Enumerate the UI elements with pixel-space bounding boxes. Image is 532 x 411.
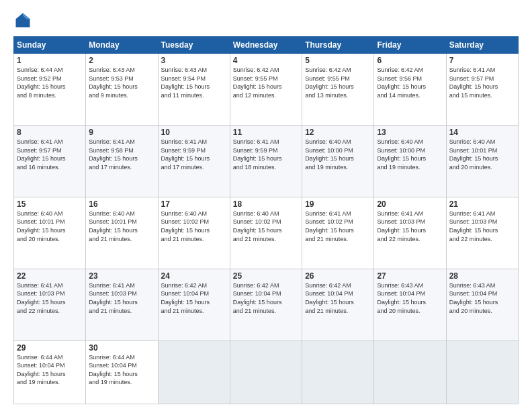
day-number: 11 [233,128,299,137]
calendar-cell: 30 Sunrise: 6:44 AM Sunset: 10:04 PM Day… [86,340,158,404]
day-number: 8 [17,128,83,137]
day-info: Sunrise: 6:41 AM Sunset: 9:57 PM Dayligh… [449,66,515,99]
calendar-cell: 17 Sunrise: 6:40 AM Sunset: 10:02 PM Day… [158,197,230,269]
calendar-cell: 22 Sunrise: 6:41 AM Sunset: 10:03 PM Day… [14,269,86,340]
calendar-cell: 9 Sunrise: 6:41 AM Sunset: 9:58 PM Dayli… [86,125,158,197]
day-info: Sunrise: 6:42 AM Sunset: 10:04 PM Daylig… [305,281,371,315]
day-info: Sunrise: 6:40 AM Sunset: 10:01 PM Daylig… [89,210,154,243]
calendar-cell: 26 Sunrise: 6:42 AM Sunset: 10:04 PM Day… [302,269,374,340]
calendar-cell: 14 Sunrise: 6:40 AM Sunset: 10:01 PM Day… [446,125,518,197]
calendar-cell [230,340,302,404]
day-info: Sunrise: 6:40 AM Sunset: 10:01 PM Daylig… [17,210,83,243]
weekday-header-monday: Monday [86,37,158,54]
calendar-cell: 27 Sunrise: 6:43 AM Sunset: 10:04 PM Day… [374,269,446,340]
day-number: 17 [161,199,227,209]
calendar-header: SundayMondayTuesdayWednesdayThursdayFrid… [14,37,519,54]
day-number: 24 [161,271,227,281]
calendar-cell: 7 Sunrise: 6:41 AM Sunset: 9:57 PM Dayli… [446,54,518,126]
day-number: 13 [377,128,443,137]
day-info: Sunrise: 6:42 AM Sunset: 10:04 PM Daylig… [233,281,299,315]
day-number: 30 [89,343,154,353]
weekday-header-thursday: Thursday [302,37,374,54]
day-info: Sunrise: 6:42 AM Sunset: 9:56 PM Dayligh… [377,66,443,99]
day-info: Sunrise: 6:41 AM Sunset: 9:59 PM Dayligh… [233,138,299,171]
calendar-cell: 23 Sunrise: 6:41 AM Sunset: 10:03 PM Day… [86,269,158,340]
day-number: 19 [305,199,371,209]
calendar-cell: 13 Sunrise: 6:40 AM Sunset: 10:00 PM Day… [374,125,446,197]
day-info: Sunrise: 6:43 AM Sunset: 10:04 PM Daylig… [377,281,443,315]
day-number: 14 [449,128,515,137]
day-number: 26 [305,271,371,281]
calendar-cell: 16 Sunrise: 6:40 AM Sunset: 10:01 PM Day… [86,197,158,269]
calendar-cell: 25 Sunrise: 6:42 AM Sunset: 10:04 PM Day… [230,269,302,340]
day-info: Sunrise: 6:44 AM Sunset: 9:52 PM Dayligh… [17,66,83,99]
day-info: Sunrise: 6:41 AM Sunset: 9:58 PM Dayligh… [89,138,154,171]
calendar-cell: 6 Sunrise: 6:42 AM Sunset: 9:56 PM Dayli… [374,54,446,126]
day-info: Sunrise: 6:42 AM Sunset: 9:55 PM Dayligh… [233,66,299,99]
calendar-cell: 8 Sunrise: 6:41 AM Sunset: 9:57 PM Dayli… [14,125,86,197]
day-number: 18 [233,199,299,209]
day-number: 25 [233,271,299,281]
day-number: 6 [377,56,443,65]
day-info: Sunrise: 6:43 AM Sunset: 9:53 PM Dayligh… [89,66,154,99]
weekday-header-tuesday: Tuesday [158,37,230,54]
header [13,11,519,30]
calendar-cell: 19 Sunrise: 6:41 AM Sunset: 10:02 PM Day… [302,197,374,269]
calendar-cell: 18 Sunrise: 6:40 AM Sunset: 10:02 PM Day… [230,197,302,269]
day-info: Sunrise: 6:43 AM Sunset: 10:04 PM Daylig… [449,281,515,315]
calendar-cell: 11 Sunrise: 6:41 AM Sunset: 9:59 PM Dayl… [230,125,302,197]
calendar-cell: 12 Sunrise: 6:40 AM Sunset: 10:00 PM Day… [302,125,374,197]
day-info: Sunrise: 6:40 AM Sunset: 10:00 PM Daylig… [305,138,371,171]
calendar-cell: 4 Sunrise: 6:42 AM Sunset: 9:55 PM Dayli… [230,54,302,126]
day-info: Sunrise: 6:40 AM Sunset: 10:01 PM Daylig… [449,138,515,171]
day-info: Sunrise: 6:44 AM Sunset: 10:04 PM Daylig… [89,353,154,387]
day-number: 28 [449,271,515,281]
day-info: Sunrise: 6:41 AM Sunset: 10:03 PM Daylig… [89,281,154,315]
day-number: 15 [17,199,83,209]
day-info: Sunrise: 6:41 AM Sunset: 10:03 PM Daylig… [377,210,443,243]
day-info: Sunrise: 6:41 AM Sunset: 9:57 PM Dayligh… [17,138,83,171]
page: SundayMondayTuesdayWednesdayThursdayFrid… [0,0,532,411]
calendar-cell [374,340,446,404]
day-info: Sunrise: 6:41 AM Sunset: 10:03 PM Daylig… [449,210,515,243]
day-number: 27 [377,271,443,281]
day-number: 5 [305,56,371,65]
day-number: 9 [89,128,154,137]
weekday-header-wednesday: Wednesday [230,37,302,54]
day-info: Sunrise: 6:40 AM Sunset: 10:02 PM Daylig… [161,210,227,243]
day-info: Sunrise: 6:41 AM Sunset: 10:02 PM Daylig… [305,210,371,243]
day-info: Sunrise: 6:44 AM Sunset: 10:04 PM Daylig… [17,353,83,387]
day-number: 2 [89,56,154,65]
day-info: Sunrise: 6:40 AM Sunset: 10:00 PM Daylig… [377,138,443,171]
calendar-cell: 5 Sunrise: 6:42 AM Sunset: 9:55 PM Dayli… [302,54,374,126]
calendar-cell: 3 Sunrise: 6:43 AM Sunset: 9:54 PM Dayli… [158,54,230,126]
calendar-cell: 20 Sunrise: 6:41 AM Sunset: 10:03 PM Day… [374,197,446,269]
logo [13,11,35,30]
weekday-header-saturday: Saturday [446,37,518,54]
calendar-cell: 15 Sunrise: 6:40 AM Sunset: 10:01 PM Day… [14,197,86,269]
weekday-header-friday: Friday [374,37,446,54]
day-info: Sunrise: 6:41 AM Sunset: 10:03 PM Daylig… [17,281,83,315]
day-number: 7 [449,56,515,65]
day-number: 23 [89,271,154,281]
calendar-cell: 29 Sunrise: 6:44 AM Sunset: 10:04 PM Day… [14,340,86,404]
day-number: 20 [377,199,443,209]
calendar-cell: 10 Sunrise: 6:41 AM Sunset: 9:59 PM Dayl… [158,125,230,197]
calendar-cell: 21 Sunrise: 6:41 AM Sunset: 10:03 PM Day… [446,197,518,269]
day-number: 21 [449,199,515,209]
calendar-cell: 2 Sunrise: 6:43 AM Sunset: 9:53 PM Dayli… [86,54,158,126]
day-info: Sunrise: 6:41 AM Sunset: 9:59 PM Dayligh… [161,138,227,171]
calendar-cell: 28 Sunrise: 6:43 AM Sunset: 10:04 PM Day… [446,269,518,340]
day-number: 10 [161,128,227,137]
day-number: 1 [17,56,83,65]
calendar-cell [158,340,230,404]
day-number: 4 [233,56,299,65]
calendar-cell [446,340,518,404]
day-number: 12 [305,128,371,137]
day-number: 29 [17,343,83,353]
day-info: Sunrise: 6:43 AM Sunset: 9:54 PM Dayligh… [161,66,227,99]
calendar-cell: 24 Sunrise: 6:42 AM Sunset: 10:04 PM Day… [158,269,230,340]
day-info: Sunrise: 6:42 AM Sunset: 9:55 PM Dayligh… [305,66,371,99]
weekday-header-sunday: Sunday [14,37,86,54]
calendar-cell [302,340,374,404]
